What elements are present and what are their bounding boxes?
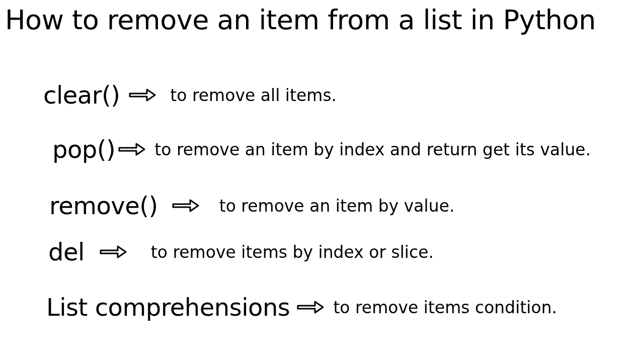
method-list: clear() to remove all items. pop() to re…: [0, 36, 644, 321]
method-name: remove(): [49, 192, 158, 220]
list-item: del to remove items by index or slice.: [0, 238, 644, 266]
method-description: to remove an item by value.: [219, 196, 455, 216]
list-item: clear() to remove all items.: [0, 81, 644, 109]
page-title: How to remove an item from a list in Pyt…: [0, 0, 644, 36]
method-description: to remove all items.: [170, 85, 337, 105]
arrow-right-icon: [297, 300, 324, 315]
list-item: pop() to remove an item by index and ret…: [0, 135, 644, 163]
arrow-right-icon: [118, 142, 145, 157]
arrow-right-icon: [172, 198, 199, 213]
arrow-right-icon: [100, 244, 127, 259]
method-description: to remove items condition.: [333, 298, 557, 317]
list-item: List comprehensions to remove items cond…: [0, 293, 644, 321]
method-name: clear(): [43, 81, 120, 109]
list-item: remove() to remove an item by value.: [0, 192, 644, 220]
arrow-right-icon: [129, 87, 156, 103]
method-description: to remove an item by index and return ge…: [154, 140, 591, 159]
method-name: List comprehensions: [46, 293, 290, 321]
method-description: to remove items by index or slice.: [151, 242, 434, 262]
method-name: pop(): [52, 135, 115, 163]
method-name: del: [48, 238, 85, 266]
